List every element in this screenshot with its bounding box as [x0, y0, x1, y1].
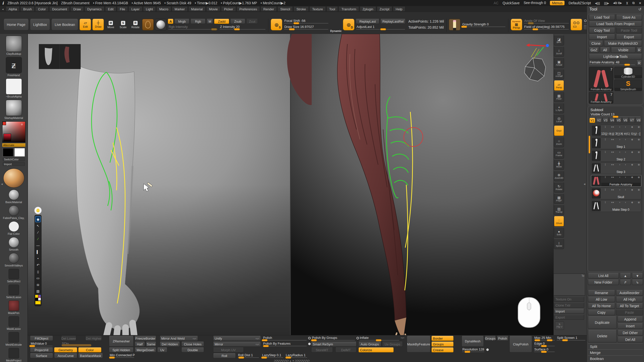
color-picker[interactable]: [2, 121, 25, 143]
clone-txtr-button[interactable]: Clone Txtr: [554, 303, 584, 308]
simplebrush-thumbnail[interactable]: SSimpleBrush: [614, 79, 642, 91]
polish-slider[interactable]: Polish: [262, 336, 307, 341]
subtool-row-icons[interactable]: ↧●●◑◐◆◉: [604, 138, 640, 141]
clone-button[interactable]: Clone: [589, 41, 603, 46]
brush-thumbnail[interactable]: [6, 36, 22, 52]
gray-arm-model[interactable]: [76, 67, 140, 335]
lightbox-button[interactable]: LightBox: [30, 19, 50, 30]
replay-last-button[interactable]: ReplayLast: [356, 19, 379, 24]
auto-reorder-button[interactable]: AutoReorder: [616, 290, 643, 296]
menu-item[interactable]: Marker: [172, 7, 187, 12]
subtool-row[interactable]: ↧●●◑◐◆◉ 13강 여성 3단계 바디 각상 - [삼각: [591, 125, 641, 137]
right-shelf-button[interactable]: ╋ Move: [554, 159, 564, 170]
field-of-view-slider[interactable]: Field of view(deg) 39.59775: [524, 25, 569, 30]
head-gizmo-icon[interactable]: [525, 58, 546, 81]
menu-item[interactable]: Macro: [156, 7, 171, 12]
divider-left-icon[interactable]: ◂||||: [595, 1, 600, 5]
material-item[interactable]: SelectRect: [0, 269, 27, 283]
double-button[interactable]: Double: [181, 347, 204, 352]
menu-item[interactable]: Document: [49, 7, 70, 12]
right-shelf-button[interactable]: ○ Zoom: [554, 137, 564, 147]
nav-thumbnail[interactable]: [39, 44, 80, 69]
all-high-button[interactable]: All High: [616, 297, 643, 302]
inflate-slider[interactable]: Inflate: [359, 336, 400, 341]
brush-item[interactable]: StartupMaterial: [0, 100, 27, 119]
menu-item[interactable]: Render: [261, 7, 277, 12]
surface-button[interactable]: Surface: [30, 353, 53, 358]
claypolish-surface-slider[interactable]: Surface 0: [534, 347, 555, 352]
right-shelf-button[interactable]: ▨ Transp: [554, 205, 564, 215]
duplicate-button[interactable]: Duplicate: [588, 316, 617, 329]
smart-resym-button[interactable]: Smart ReSym: [311, 342, 356, 347]
list-all-button[interactable]: List All: [588, 273, 619, 279]
zremesher-button[interactable]: ZRemesher: [109, 336, 134, 347]
annotation-tool-icon[interactable]: ▍: [35, 249, 41, 255]
right-shelf-button[interactable]: ◌ Ghost: [554, 216, 564, 227]
version-button[interactable]: V3: [603, 118, 609, 123]
annotation-tool-icon[interactable]: ▯: [35, 268, 41, 275]
menu-item[interactable]: Layer: [129, 7, 142, 12]
freeze-border-button[interactable]: FreezeBorder: [135, 336, 156, 341]
menu-item[interactable]: Preferences: [237, 7, 260, 12]
annotation-tool-icon[interactable]: ↶: [35, 262, 41, 268]
menu-item[interactable]: Transform: [339, 7, 359, 12]
store-mt-button[interactable]: StoreMT: [311, 347, 333, 352]
del-higher-button[interactable]: Del Higher: [85, 336, 102, 341]
alternate-button[interactable]: Alternate: [2, 143, 25, 147]
import-color-button[interactable]: Import: [3, 162, 25, 166]
brush-item[interactable]: ClayBuildup: [0, 36, 27, 55]
split-hidden-button[interactable]: Split Hidden: [109, 347, 134, 352]
subtool-row-icons[interactable]: ↧●●◑◐◆◉: [604, 176, 640, 179]
texture-preview[interactable]: Te: [553, 274, 585, 296]
right-shelf-button[interactable]: ↻ Rotate: [554, 182, 564, 193]
version-button[interactable]: V6: [622, 118, 628, 123]
material-thumbnail[interactable]: [9, 221, 19, 232]
material-item[interactable]: MeshProject: [0, 348, 27, 362]
goz-visible-button[interactable]: Visible: [611, 47, 635, 53]
subtool-row-icons[interactable]: ↧●●◑◐◆◉: [604, 151, 640, 154]
annotation-tool-icon[interactable]: ◘: [35, 282, 41, 288]
tool-export-button[interactable]: Export: [616, 34, 642, 40]
texture-import-button[interactable]: Import: [554, 309, 584, 314]
default-zscript-button[interactable]: DefaultZScript: [569, 1, 591, 5]
delete-button[interactable]: Delete: [588, 330, 617, 342]
brush-thumbnail[interactable]: [6, 100, 22, 116]
brush-thumbnail[interactable]: [6, 78, 22, 95]
dynamesh-button[interactable]: DynaMesh: [462, 336, 484, 347]
right-shelf-button[interactable]: ◪ BPR: [554, 35, 564, 46]
subtool-row[interactable]: ↧●●◑◐◆◉ Skull: [591, 188, 641, 199]
menu-scroll-left-icon[interactable]: ◄: [2, 8, 4, 11]
zsub-button[interactable]: Zsub: [230, 19, 245, 24]
right-shelf-button[interactable]: ▦ Floor: [554, 92, 564, 102]
version-button[interactable]: V8: [636, 118, 641, 123]
goz-r-button[interactable]: R: [636, 47, 642, 53]
subtool-row[interactable]: ↧●●◑◐◆◉ Step 1: [591, 137, 641, 149]
material-thumbnail[interactable]: [9, 205, 19, 216]
close-button[interactable]: ✕: [639, 1, 641, 5]
active-tool-slider[interactable]: Female Anatomy. 48: [589, 60, 635, 65]
mask-by-feature-button[interactable]: MaskByFeature: [407, 336, 430, 352]
right-shelf-button[interactable]: ◫ AAHalf: [554, 69, 564, 79]
material-picker-button[interactable]: [155, 19, 167, 30]
annotation-tool-icon[interactable]: ▭: [35, 275, 41, 281]
menus-button[interactable]: Menus: [550, 1, 565, 5]
subtool-row[interactable]: ↧●●◑◐◆◉ Female Anatomy: [591, 175, 641, 187]
alpha-picker-button[interactable]: [142, 19, 154, 30]
subtool-row[interactable]: ↧●●◑◐◆◉ Step 2: [591, 150, 641, 162]
subtool-thumbnail[interactable]: [592, 125, 601, 136]
right-shelf-button[interactable]: ▩ PolyF: [554, 193, 564, 204]
tray-collapse-left-icon[interactable]: ◄: [1, 183, 3, 186]
split-screen-slider[interactable]: Split Screen 1: [556, 336, 586, 341]
morph-uv-button[interactable]: Morph UV: [213, 347, 244, 352]
menu-item[interactable]: Movie: [206, 7, 221, 12]
secondary-color-swatch[interactable]: [14, 148, 25, 157]
folder-enter-icon[interactable]: ↳: [632, 280, 643, 285]
version-button[interactable]: V2: [596, 118, 602, 123]
edit-button[interactable]: ▱Edit: [79, 19, 91, 30]
menu-item[interactable]: Zscript: [377, 7, 392, 12]
cylinder3d-thumbnail[interactable]: Cylinder3D: [614, 67, 642, 78]
draw-size-slider[interactable]: Draw Size 16.97027: [284, 25, 329, 30]
paste-button[interactable]: Paste: [616, 310, 643, 315]
unify-button[interactable]: Unifyxyz: [213, 336, 261, 341]
scroll-up-icon[interactable]: ▲: [290, 360, 292, 362]
